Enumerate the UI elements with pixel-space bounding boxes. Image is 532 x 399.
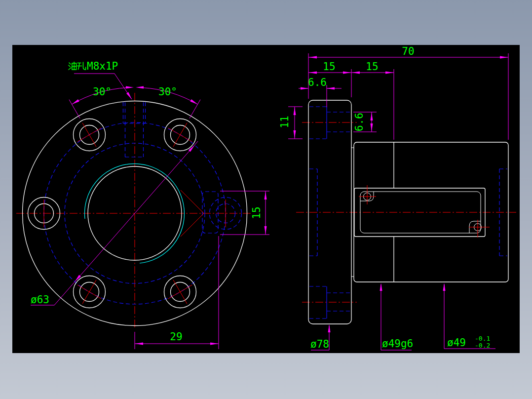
flange-thickness-text: 15 (323, 61, 335, 73)
counterbore-dia-text: 11 (279, 116, 291, 128)
angle-left-text: 30° (93, 86, 112, 98)
pilot-length-text: 15 (366, 61, 378, 73)
pilot-dia-text: ø49g6 (382, 338, 413, 350)
oil-hole-label-latin: M8x1P (87, 60, 118, 72)
keyway-offset-text: 29 (170, 331, 182, 343)
angle-right-text: 30° (158, 86, 177, 98)
body-tol-upper-text: -0.1 (475, 335, 490, 342)
counterbore-depth-text: 6.6 (308, 77, 327, 88)
body-dia-text: ø49 (447, 337, 466, 349)
bolt-circle-dia-text: ø63 (31, 294, 49, 306)
keyway-width-text: 15 (251, 206, 263, 219)
overall-length-text: 70 (402, 45, 414, 57)
body-tol-lower-text: -0.2 (475, 342, 490, 349)
flange-dia-text: ø78 (310, 338, 329, 350)
bolt-hole-dia-text: 6.6 (353, 113, 365, 131)
drawing-canvas[interactable]: M8x1P 30° 30° ø63 (0, 0, 532, 399)
cad-viewer-desktop: M8x1P 30° 30° ø63 (0, 0, 532, 399)
